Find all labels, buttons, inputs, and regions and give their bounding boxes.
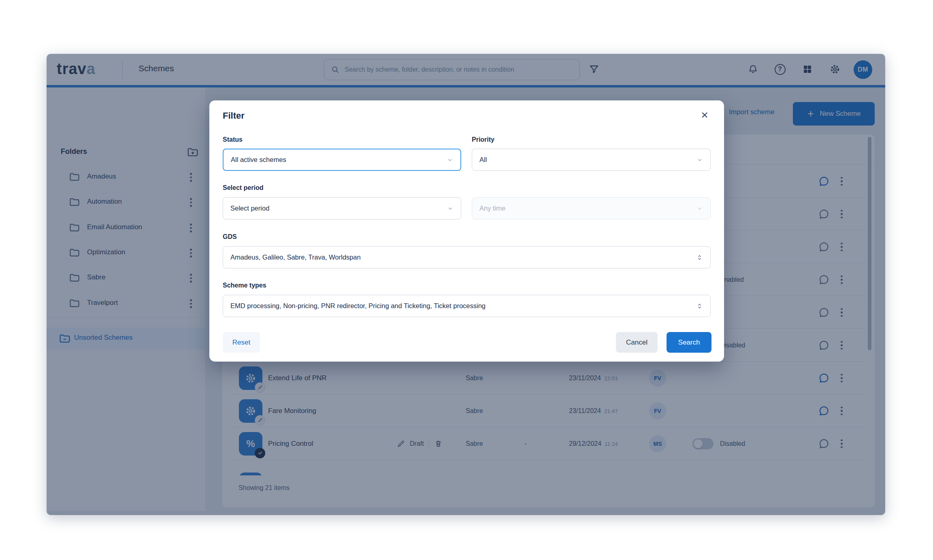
page: trava Schemes ? DM Folders: [0, 0, 933, 560]
chevron-down-icon: [447, 157, 453, 163]
modal-title: Filter: [223, 111, 245, 121]
time-select: Any time: [472, 197, 711, 219]
gds-value: Amadeus, Galileo, Sabre, Trava, Worldspa…: [230, 253, 361, 261]
scheme-types-label: Scheme types: [223, 282, 266, 289]
close-icon[interactable]: ×: [696, 106, 714, 124]
period-value: Select period: [230, 204, 269, 212]
scheme-types-value: EMD processing, Non-pricing, PNR redirec…: [230, 302, 486, 310]
status-value: All active schemes: [231, 156, 286, 164]
period-label: Select period: [223, 184, 263, 192]
search-button[interactable]: Search: [667, 332, 711, 353]
time-value: Any time: [479, 204, 505, 212]
app-window: trava Schemes ? DM Folders: [47, 54, 885, 515]
status-select[interactable]: All active schemes: [223, 149, 461, 171]
gds-label: GDS: [223, 233, 237, 241]
scheme-types-select[interactable]: EMD processing, Non-pricing, PNR redirec…: [223, 295, 711, 317]
chevron-down-icon: [447, 205, 454, 212]
cancel-button[interactable]: Cancel: [616, 332, 658, 353]
status-label: Status: [223, 136, 243, 143]
priority-value: All: [479, 156, 487, 164]
updown-chevron-icon: [696, 302, 703, 310]
chevron-down-icon: [697, 157, 703, 163]
filter-modal: Filter × Status All active schemes Prior…: [209, 100, 724, 362]
reset-button[interactable]: Reset: [223, 332, 260, 353]
gds-select[interactable]: Amadeus, Galileo, Sabre, Trava, Worldspa…: [223, 246, 711, 268]
chevron-down-icon: [697, 205, 703, 212]
priority-select[interactable]: All: [472, 149, 711, 171]
priority-label: Priority: [472, 136, 494, 143]
updown-chevron-icon: [696, 253, 703, 262]
period-select[interactable]: Select period: [223, 197, 461, 219]
